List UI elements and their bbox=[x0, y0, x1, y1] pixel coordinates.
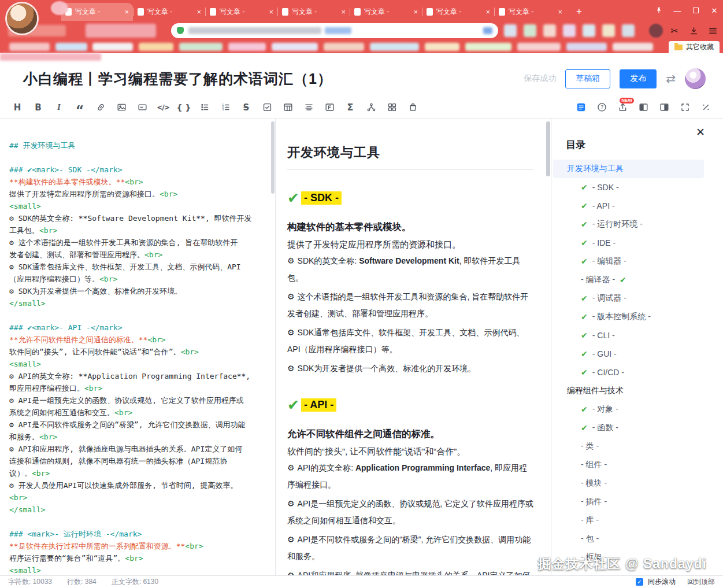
italic-icon[interactable]: I bbox=[49, 99, 69, 116]
sync-scroll-checkbox[interactable]: ✓ bbox=[636, 578, 643, 586]
diagram-icon[interactable] bbox=[361, 99, 381, 116]
pin-icon[interactable] bbox=[654, 5, 664, 16]
minimize-button[interactable]: — bbox=[672, 5, 683, 16]
ordered-list-icon[interactable]: 123 bbox=[215, 99, 236, 116]
grid-icon[interactable] bbox=[381, 99, 402, 116]
preview-pane[interactable]: 开发环境与工具 ✔- SDK -构建软件的基本零件或模块。提供了开发特定应用程序… bbox=[276, 119, 551, 575]
toc-item[interactable]: ✔- API - bbox=[553, 197, 704, 215]
close-button[interactable]: ✕ bbox=[709, 5, 720, 16]
bookmark-star-icon[interactable] bbox=[483, 27, 492, 34]
browser-tab[interactable]: 写文章 -× bbox=[495, 3, 566, 21]
task-list-icon[interactable] bbox=[257, 99, 277, 116]
back-to-top[interactable]: 回到顶部 bbox=[687, 577, 715, 587]
toc-item[interactable]: - 组件 - bbox=[553, 456, 704, 474]
browser-tab[interactable]: 写文章 -× bbox=[278, 3, 350, 21]
toc-item[interactable]: ✔- IDE - bbox=[553, 234, 704, 252]
tab-close-icon[interactable]: × bbox=[196, 8, 201, 16]
tab-close-icon[interactable]: × bbox=[269, 8, 273, 16]
toc-item[interactable]: ✔- GUI - bbox=[553, 345, 704, 363]
scissors-icon[interactable]: ✂ bbox=[669, 25, 680, 36]
export-icon[interactable]: NEW bbox=[612, 99, 633, 116]
tab-close-icon[interactable]: × bbox=[341, 8, 346, 16]
browser-tab[interactable]: 写文章 -× bbox=[422, 3, 494, 21]
bullet-list-icon[interactable] bbox=[194, 99, 215, 116]
toc-item[interactable]: ✔- CI/CD - bbox=[553, 363, 704, 382]
toc-item[interactable]: ✔- 运行时环境 - bbox=[553, 215, 704, 234]
toc-item[interactable]: ✔- SDK - bbox=[553, 178, 704, 197]
fullscreen-icon[interactable] bbox=[674, 99, 695, 116]
download-icon[interactable] bbox=[688, 25, 699, 36]
user-avatar[interactable] bbox=[685, 68, 706, 89]
strikethrough-icon[interactable]: S bbox=[236, 99, 257, 116]
formula-icon[interactable]: Σ bbox=[340, 99, 361, 116]
other-bookmarks-folder[interactable]: 其它收藏 bbox=[669, 41, 720, 53]
toc-item[interactable]: - 模块 - bbox=[553, 474, 704, 493]
new-tab-button[interactable]: + bbox=[572, 6, 586, 17]
address-bar[interactable] bbox=[171, 23, 498, 38]
editor-scrollbar[interactable] bbox=[271, 121, 275, 194]
check-icon: ✔ bbox=[581, 368, 588, 377]
browser-profile-icon[interactable] bbox=[649, 24, 663, 38]
quote-icon[interactable]: “ bbox=[69, 99, 90, 116]
toolbar-left: HBI“</>{ }123SΣ bbox=[7, 99, 423, 116]
maximize-button[interactable] bbox=[691, 5, 701, 16]
toc-item[interactable]: ✔- 函数 - bbox=[553, 419, 704, 437]
bold-icon[interactable]: B bbox=[28, 99, 49, 116]
browser-tab[interactable]: 写文章 -× bbox=[350, 3, 422, 21]
tab-close-icon[interactable]: × bbox=[485, 8, 490, 16]
table-icon[interactable] bbox=[277, 99, 298, 116]
draft-button[interactable]: 草稿箱 bbox=[565, 69, 610, 88]
new-badge: NEW bbox=[620, 98, 634, 103]
section-intro-bold: 构建软件的基本零件或模块。 bbox=[287, 221, 534, 234]
menu-icon[interactable] bbox=[707, 25, 718, 36]
editor-line: ⚙ API是一组预先定义的函数、协议或规范, 它定义了软件应用程序或 bbox=[9, 394, 272, 406]
tab-close-icon[interactable]: × bbox=[413, 8, 418, 16]
preview-only-icon[interactable] bbox=[654, 99, 674, 116]
toc-item-label: - 版本控制系统 - bbox=[592, 312, 651, 322]
page-title[interactable]: 小白编程丨学习编程需要了解的术语词汇（1） bbox=[23, 69, 332, 88]
markdown-editor[interactable]: ## 开发环境与工具 ### ✔<mark>- SDK -</mark>**构建… bbox=[0, 119, 276, 575]
toc-item[interactable]: - 插件 - bbox=[553, 493, 704, 511]
toc-toggle-icon[interactable] bbox=[570, 99, 591, 116]
paw-sticker-icon bbox=[51, 1, 68, 15]
preview-scrollbar[interactable] bbox=[546, 121, 550, 176]
help-icon[interactable]: ? bbox=[591, 99, 612, 116]
shortcut-icon[interactable] bbox=[695, 99, 716, 116]
card-icon[interactable] bbox=[132, 99, 153, 116]
toc-item[interactable]: 开发环境与工具 bbox=[553, 160, 704, 178]
tab-close-icon[interactable]: × bbox=[124, 8, 129, 16]
toc-item[interactable]: ✔- CLI - bbox=[553, 326, 704, 345]
goods-icon[interactable] bbox=[402, 99, 423, 116]
embed-icon[interactable] bbox=[319, 99, 340, 116]
toc-item[interactable]: ✔- 编辑器 - bbox=[553, 252, 704, 271]
toc-item[interactable]: - 库 - bbox=[553, 511, 704, 530]
image-icon[interactable] bbox=[111, 99, 132, 116]
tab-close-icon[interactable]: × bbox=[558, 8, 562, 16]
toc-item[interactable]: - 编译器 -✔ bbox=[553, 271, 704, 289]
code-block-icon[interactable]: { } bbox=[173, 99, 194, 116]
browser-tab[interactable]: 写文章 -× bbox=[134, 3, 205, 21]
edit-only-icon[interactable] bbox=[633, 99, 654, 116]
align-icon[interactable] bbox=[298, 99, 319, 116]
redacted-extension bbox=[504, 24, 517, 37]
toc-item[interactable]: ✔- 版本控制系统 - bbox=[553, 308, 704, 326]
redacted-bookmark bbox=[613, 43, 653, 51]
publish-button[interactable]: 发布 bbox=[620, 69, 657, 88]
redacted-url bbox=[325, 27, 351, 34]
tab-label: 写文章 - bbox=[364, 7, 411, 17]
toc-item[interactable]: - 类 - bbox=[553, 437, 704, 456]
link-icon[interactable] bbox=[90, 99, 111, 116]
preview-body: 开发环境与工具 ✔- SDK -构建软件的基本零件或模块。提供了开发特定应用程序… bbox=[287, 144, 534, 575]
toc-item[interactable]: 编程组件与技术 bbox=[553, 382, 704, 400]
tab-label: 写文章 - bbox=[220, 7, 266, 17]
toc-close-icon[interactable]: ✕ bbox=[696, 125, 705, 139]
toc-item[interactable]: - 包 - bbox=[553, 530, 704, 548]
swap-icon[interactable]: ⇄ bbox=[666, 72, 676, 86]
preview-heading: 开发环境与工具 bbox=[287, 144, 534, 170]
toc-item[interactable]: ✔- 调试器 - bbox=[553, 289, 704, 308]
browser-tab[interactable]: 写文章 -× bbox=[61, 3, 133, 21]
inline-code-icon[interactable]: </> bbox=[153, 99, 173, 116]
heading-icon[interactable]: H bbox=[7, 99, 28, 116]
toc-item[interactable]: ✔- 对象 - bbox=[553, 400, 704, 419]
browser-tab[interactable]: 写文章 -× bbox=[206, 3, 277, 21]
